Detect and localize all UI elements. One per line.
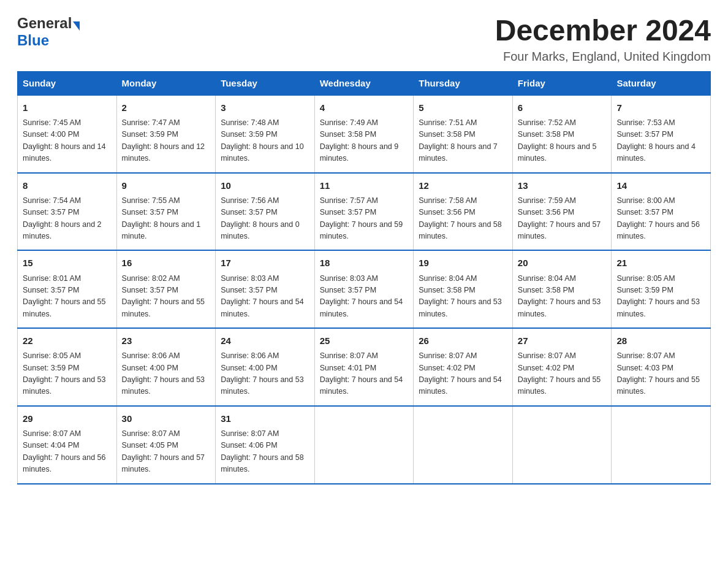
- day-sunrise: Sunrise: 8:07 AMSunset: 4:04 PMDaylight:…: [23, 429, 106, 473]
- calendar-cell: 2 Sunrise: 7:47 AMSunset: 3:59 PMDayligh…: [116, 95, 216, 173]
- calendar-cell: 8 Sunrise: 7:54 AMSunset: 3:57 PMDayligh…: [18, 173, 117, 251]
- calendar-table: SundayMondayTuesdayWednesdayThursdayFrid…: [17, 71, 711, 484]
- calendar-cell: 17 Sunrise: 8:03 AMSunset: 3:57 PMDaylig…: [216, 250, 315, 328]
- day-number: 20: [518, 256, 607, 270]
- calendar-cell: 12 Sunrise: 7:58 AMSunset: 3:56 PMDaylig…: [414, 173, 513, 251]
- calendar-cell: 31 Sunrise: 8:07 AMSunset: 4:06 PMDaylig…: [216, 406, 315, 484]
- location-subtitle: Four Marks, England, United Kingdom: [495, 50, 711, 64]
- day-number: 23: [122, 334, 211, 348]
- calendar-cell: 15 Sunrise: 8:01 AMSunset: 3:57 PMDaylig…: [18, 250, 117, 328]
- calendar-cell: 10 Sunrise: 7:56 AMSunset: 3:57 PMDaylig…: [216, 173, 315, 251]
- day-number: 8: [23, 178, 112, 193]
- day-number: 28: [616, 334, 705, 348]
- logo-triangle-icon: [73, 21, 80, 31]
- day-sunrise: Sunrise: 7:56 AMSunset: 3:57 PMDaylight:…: [221, 196, 300, 240]
- day-number: 24: [221, 334, 309, 348]
- day-number: 11: [320, 178, 409, 193]
- day-number: 7: [616, 101, 705, 115]
- week-row-5: 29 Sunrise: 8:07 AMSunset: 4:04 PMDaylig…: [18, 406, 711, 484]
- day-number: 12: [419, 178, 507, 193]
- day-number: 27: [518, 334, 607, 348]
- calendar-cell: 26 Sunrise: 8:07 AMSunset: 4:02 PMDaylig…: [414, 328, 513, 406]
- day-number: 22: [23, 334, 112, 348]
- calendar-cell: 11 Sunrise: 7:57 AMSunset: 3:57 PMDaylig…: [314, 173, 414, 251]
- calendar-cell: 1 Sunrise: 7:45 AMSunset: 4:00 PMDayligh…: [18, 95, 117, 173]
- day-sunrise: Sunrise: 8:05 AMSunset: 3:59 PMDaylight:…: [616, 274, 700, 318]
- day-number: 5: [419, 101, 507, 115]
- calendar-header-row: SundayMondayTuesdayWednesdayThursdayFrid…: [18, 71, 711, 95]
- title-section: December 2024 Four Marks, England, Unite…: [495, 15, 711, 64]
- calendar-cell: [512, 406, 612, 484]
- calendar-cell: 20 Sunrise: 8:04 AMSunset: 3:58 PMDaylig…: [512, 250, 612, 328]
- calendar-cell: 5 Sunrise: 7:51 AMSunset: 3:58 PMDayligh…: [414, 95, 513, 173]
- day-sunrise: Sunrise: 8:03 AMSunset: 3:57 PMDaylight:…: [320, 274, 403, 318]
- month-year-title: December 2024: [495, 15, 711, 47]
- day-number: 29: [23, 412, 112, 426]
- day-number: 16: [122, 256, 211, 270]
- day-number: 10: [221, 178, 309, 193]
- calendar-cell: 9 Sunrise: 7:55 AMSunset: 3:57 PMDayligh…: [116, 173, 216, 251]
- day-number: 19: [419, 256, 507, 270]
- day-sunrise: Sunrise: 7:57 AMSunset: 3:57 PMDaylight:…: [320, 196, 403, 240]
- day-sunrise: Sunrise: 8:07 AMSunset: 4:05 PMDaylight:…: [122, 429, 205, 473]
- day-number: 31: [221, 412, 309, 426]
- day-sunrise: Sunrise: 8:01 AMSunset: 3:57 PMDaylight:…: [23, 274, 106, 318]
- day-sunrise: Sunrise: 7:54 AMSunset: 3:57 PMDaylight:…: [23, 196, 102, 240]
- day-number: 1: [23, 101, 112, 115]
- day-number: 30: [122, 412, 211, 426]
- day-sunrise: Sunrise: 8:04 AMSunset: 3:58 PMDaylight:…: [419, 274, 502, 318]
- day-number: 17: [221, 256, 309, 270]
- day-sunrise: Sunrise: 7:47 AMSunset: 3:59 PMDaylight:…: [122, 118, 205, 163]
- day-number: 18: [320, 256, 409, 270]
- day-sunrise: Sunrise: 8:07 AMSunset: 4:02 PMDaylight:…: [419, 351, 502, 396]
- calendar-cell: 28 Sunrise: 8:07 AMSunset: 4:03 PMDaylig…: [612, 328, 711, 406]
- calendar-cell: 22 Sunrise: 8:05 AMSunset: 3:59 PMDaylig…: [18, 328, 117, 406]
- day-number: 4: [320, 101, 409, 115]
- logo-general-text: General: [17, 15, 72, 32]
- day-number: 14: [616, 178, 705, 193]
- page-header: General Blue December 2024 Four Marks, E…: [17, 15, 711, 64]
- day-sunrise: Sunrise: 7:51 AMSunset: 3:58 PMDaylight:…: [419, 118, 498, 163]
- day-sunrise: Sunrise: 7:48 AMSunset: 3:59 PMDaylight:…: [221, 118, 304, 163]
- calendar-cell: 7 Sunrise: 7:53 AMSunset: 3:57 PMDayligh…: [612, 95, 711, 173]
- calendar-cell: 29 Sunrise: 8:07 AMSunset: 4:04 PMDaylig…: [18, 406, 117, 484]
- day-sunrise: Sunrise: 8:07 AMSunset: 4:01 PMDaylight:…: [320, 351, 403, 396]
- header-wednesday: Wednesday: [314, 71, 414, 95]
- day-sunrise: Sunrise: 7:55 AMSunset: 3:57 PMDaylight:…: [122, 196, 201, 240]
- calendar-cell: 19 Sunrise: 8:04 AMSunset: 3:58 PMDaylig…: [414, 250, 513, 328]
- day-number: 21: [616, 256, 705, 270]
- day-sunrise: Sunrise: 8:05 AMSunset: 3:59 PMDaylight:…: [23, 351, 106, 396]
- header-sunday: Sunday: [18, 71, 117, 95]
- day-sunrise: Sunrise: 8:06 AMSunset: 4:00 PMDaylight:…: [221, 351, 304, 396]
- logo-blue-text: Blue: [17, 32, 49, 48]
- calendar-cell: 4 Sunrise: 7:49 AMSunset: 3:58 PMDayligh…: [314, 95, 414, 173]
- day-number: 2: [122, 101, 211, 115]
- header-thursday: Thursday: [414, 71, 513, 95]
- day-sunrise: Sunrise: 8:02 AMSunset: 3:57 PMDaylight:…: [122, 274, 205, 318]
- week-row-1: 1 Sunrise: 7:45 AMSunset: 4:00 PMDayligh…: [18, 95, 711, 173]
- day-sunrise: Sunrise: 8:06 AMSunset: 4:00 PMDaylight:…: [122, 351, 205, 396]
- day-sunrise: Sunrise: 7:45 AMSunset: 4:00 PMDaylight:…: [23, 118, 106, 163]
- calendar-cell: 21 Sunrise: 8:05 AMSunset: 3:59 PMDaylig…: [612, 250, 711, 328]
- day-number: 6: [518, 101, 607, 115]
- calendar-cell: 24 Sunrise: 8:06 AMSunset: 4:00 PMDaylig…: [216, 328, 315, 406]
- week-row-2: 8 Sunrise: 7:54 AMSunset: 3:57 PMDayligh…: [18, 173, 711, 251]
- calendar-cell: 13 Sunrise: 7:59 AMSunset: 3:56 PMDaylig…: [512, 173, 612, 251]
- day-number: 15: [23, 256, 112, 270]
- calendar-cell: [414, 406, 513, 484]
- calendar-cell: 3 Sunrise: 7:48 AMSunset: 3:59 PMDayligh…: [216, 95, 315, 173]
- calendar-cell: 23 Sunrise: 8:06 AMSunset: 4:00 PMDaylig…: [116, 328, 216, 406]
- calendar-cell: 14 Sunrise: 8:00 AMSunset: 3:57 PMDaylig…: [612, 173, 711, 251]
- day-number: 9: [122, 178, 211, 193]
- header-saturday: Saturday: [612, 71, 711, 95]
- day-sunrise: Sunrise: 8:07 AMSunset: 4:06 PMDaylight:…: [221, 429, 304, 473]
- calendar-cell: 25 Sunrise: 8:07 AMSunset: 4:01 PMDaylig…: [314, 328, 414, 406]
- day-number: 13: [518, 178, 607, 193]
- week-row-3: 15 Sunrise: 8:01 AMSunset: 3:57 PMDaylig…: [18, 250, 711, 328]
- header-tuesday: Tuesday: [216, 71, 315, 95]
- day-sunrise: Sunrise: 7:59 AMSunset: 3:56 PMDaylight:…: [518, 196, 601, 240]
- day-sunrise: Sunrise: 8:00 AMSunset: 3:57 PMDaylight:…: [616, 196, 700, 240]
- day-sunrise: Sunrise: 8:04 AMSunset: 3:58 PMDaylight:…: [518, 274, 601, 318]
- logo: General Blue: [17, 15, 80, 49]
- day-sunrise: Sunrise: 7:52 AMSunset: 3:58 PMDaylight:…: [518, 118, 597, 163]
